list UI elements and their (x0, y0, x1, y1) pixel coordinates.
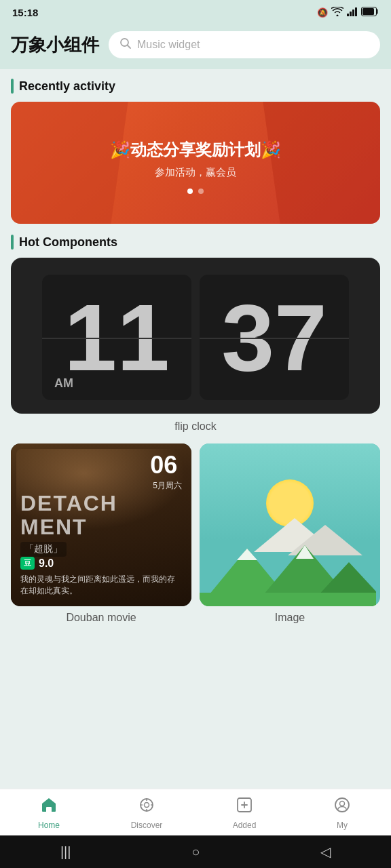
douban-date: 06 (150, 453, 182, 477)
flip-clock-label: flip clock (11, 420, 380, 433)
svg-rect-2 (352, 9, 354, 16)
dot-2 (198, 189, 204, 194)
dot-1 (187, 189, 193, 194)
mute-icon: 🔕 (317, 7, 328, 18)
wifi-icon (331, 7, 343, 18)
banner-dots (187, 189, 204, 194)
flip-minutes: 37 (221, 290, 327, 385)
banner-title: 🎉动态分享奖励计划🎉 (110, 139, 281, 161)
svg-point-17 (145, 803, 149, 808)
image-widget[interactable]: Image (200, 443, 380, 624)
douban-movie-title: DETACHMENT (20, 492, 182, 539)
my-label: My (337, 821, 348, 830)
svg-rect-5 (362, 8, 374, 15)
flip-clock-widget[interactable]: 11 AM 37 flip clock (11, 258, 380, 433)
status-icons: 🔕 (317, 7, 379, 18)
my-icon (333, 796, 351, 818)
added-label: Added (233, 821, 257, 830)
search-icon (119, 37, 132, 52)
svg-rect-14 (200, 593, 376, 606)
svg-rect-15 (46, 807, 52, 812)
douban-card-display: 06 5月周六 DETACHMENT 「超脱」 豆 9.0 (11, 443, 191, 606)
image-card-display (200, 443, 380, 606)
flip-panel-minutes: 37 (200, 275, 349, 400)
nav-discover[interactable]: Discover (98, 796, 196, 830)
mountain-svg (200, 511, 376, 606)
douban-widget[interactable]: 06 5月周六 DETACHMENT 「超脱」 豆 9.0 (11, 443, 191, 624)
hot-components-title: Hot Components (19, 235, 117, 250)
signal-icon (347, 7, 358, 18)
search-placeholder: Music widget (137, 39, 200, 51)
svg-point-26 (340, 802, 345, 806)
nav-my[interactable]: My (293, 796, 391, 830)
nav-added[interactable]: Added (196, 796, 293, 830)
main-content: Recently activity 🎉动态分享奖励计划🎉 参加活动，赢会员 Ho… (0, 69, 391, 624)
douban-rating-row: 豆 9.0 (20, 557, 182, 570)
search-bar[interactable]: Music widget (109, 31, 380, 58)
banner-subtitle: 参加活动，赢会员 (155, 166, 236, 179)
app-title: 万象小组件 (11, 33, 99, 57)
widget-grid: 06 5月周六 DETACHMENT 「超脱」 豆 9.0 (11, 443, 380, 624)
battery-icon (361, 7, 379, 18)
douban-overlay: 06 5月周六 DETACHMENT 「超脱」 豆 9.0 (11, 443, 191, 606)
status-bar: 15:18 🔕 (0, 0, 391, 24)
douban-logo: 豆 (20, 557, 35, 570)
hot-components-section: Hot Components 11 AM 37 flip clock (11, 235, 380, 624)
back-btn[interactable]: ◁ (320, 844, 331, 860)
promo-banner[interactable]: 🎉动态分享奖励计划🎉 参加活动，赢会员 (11, 102, 380, 224)
douban-bottom: 豆 9.0 我的灵魂与我之间距离如此遥远，而我的存在却如此真实。 (20, 557, 182, 597)
home-btn[interactable]: ○ (191, 844, 200, 860)
banner-background (11, 102, 380, 224)
image-label: Image (200, 612, 380, 624)
status-time: 15:18 (12, 7, 38, 18)
section-accent (11, 79, 14, 94)
douban-score: 9.0 (39, 557, 54, 570)
bottom-nav: Home Discover Added (0, 789, 391, 835)
hot-section-accent (11, 235, 14, 250)
discover-icon (138, 796, 155, 818)
svg-rect-3 (355, 7, 357, 16)
douban-date-row: 06 5月周六 (20, 453, 182, 492)
home-label: Home (38, 821, 60, 830)
discover-label: Discover (131, 821, 163, 830)
flip-clock-display: 11 AM 37 (11, 258, 380, 414)
android-nav-bar: ||| ○ ◁ (0, 835, 391, 868)
douban-date-sub: 5月周六 (153, 480, 182, 492)
flip-panel-hours: 11 AM (42, 275, 191, 400)
douban-label: Douban movie (11, 612, 191, 624)
added-icon (236, 796, 253, 818)
recently-activity-title: Recently activity (19, 79, 115, 94)
douban-middle: DETACHMENT 「超脱」 (20, 492, 182, 557)
hot-components-header: Hot Components (11, 235, 380, 250)
flip-hours: 11 (64, 290, 170, 385)
svg-rect-1 (350, 12, 352, 16)
banner-shape-left (11, 102, 128, 224)
recent-apps-btn[interactable]: ||| (60, 844, 71, 860)
douban-date-group: 06 5月周六 (150, 453, 182, 492)
recently-activity-header: Recently activity (11, 79, 380, 94)
svg-marker-12 (237, 549, 257, 560)
banner-shape-right (263, 102, 380, 224)
header: 万象小组件 Music widget (0, 24, 391, 69)
douban-chinese-title: 「超脱」 (20, 542, 67, 557)
douban-desc: 我的灵魂与我之间距离如此遥远，而我的存在却如此真实。 (20, 574, 182, 597)
svg-rect-0 (347, 14, 349, 16)
home-icon (40, 796, 58, 818)
nav-home[interactable]: Home (0, 796, 98, 830)
flip-period: AM (54, 376, 73, 391)
